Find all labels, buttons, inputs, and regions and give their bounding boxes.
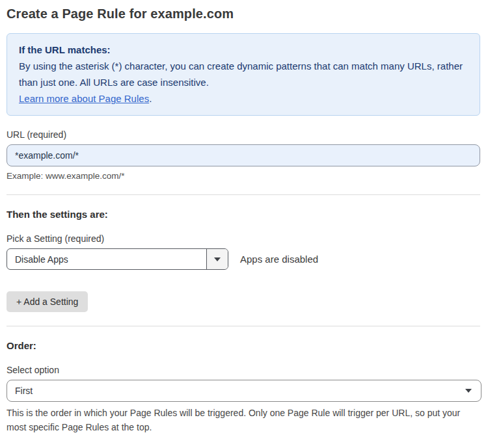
info-box-heading: If the URL matches: [19,42,468,58]
chevron-down-icon [214,257,221,261]
chevron-down-icon [465,389,472,393]
setting-picker-label: Pick a Setting (required) [7,233,480,244]
setting-dropdown[interactable]: Disable Apps [7,248,228,270]
order-select[interactable]: First [7,380,481,402]
order-section-heading: Order: [7,340,480,351]
info-box-link-line: Learn more about Page Rules. [19,90,468,107]
divider [7,326,480,326]
url-input[interactable] [7,144,480,166]
create-page-rule-panel: Create a Page Rule for example.com If th… [0,0,488,448]
page-title: Create a Page Rule for example.com [7,7,480,21]
link-period: . [149,93,152,104]
order-select-label: Select option [7,365,480,375]
setting-row: Disable Apps Apps are disabled [7,248,480,270]
url-field-label: URL (required) [7,129,480,140]
setting-description: Apps are disabled [240,254,318,265]
info-box-body: By using the asterisk (*) character, you… [19,58,468,90]
divider [7,194,480,195]
add-setting-button[interactable]: + Add a Setting [7,291,88,312]
settings-section-heading: Then the settings are: [7,209,480,220]
order-select-value: First [15,386,33,396]
url-example-hint: Example: www.example.com/* [7,171,480,181]
learn-more-link[interactable]: Learn more about Page Rules [19,93,149,104]
order-hint: This is the order in which your Page Rul… [7,406,475,434]
setting-dropdown-arrow-button[interactable] [206,249,228,269]
url-match-info-box: If the URL matches: By using the asteris… [7,33,480,116]
setting-dropdown-value: Disable Apps [7,249,206,269]
